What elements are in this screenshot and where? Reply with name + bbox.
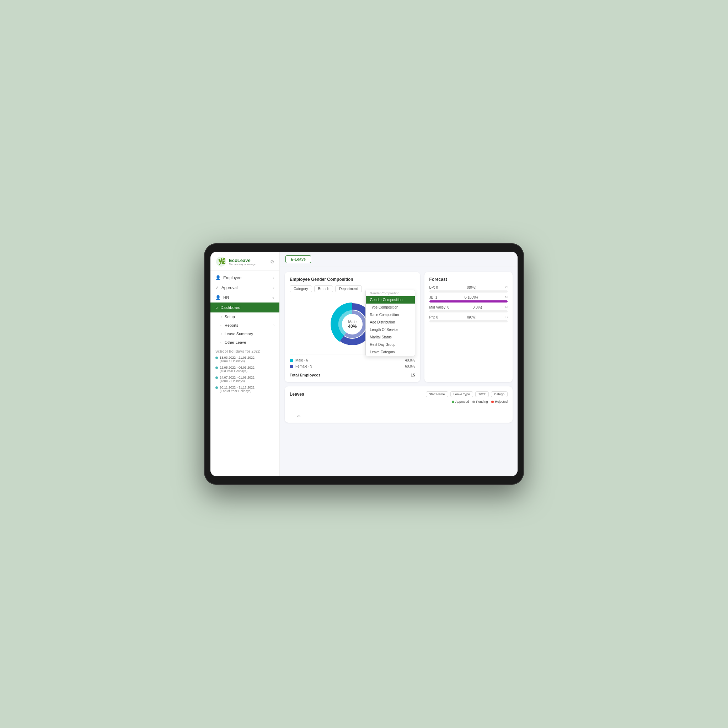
sidebar-nav: 👤 Employee › ✓ Approval › 👤 HR ∨ <box>210 271 279 476</box>
dropdown-item-leavecategory[interactable]: Leave Category <box>366 348 415 356</box>
chart-legend: Male · 6 40.0% Female <box>290 354 415 377</box>
filter-category[interactable]: Catego <box>491 392 508 397</box>
holiday-4-text: 20.11.2022 - 31.12.2022 (End of Year Hol… <box>220 386 254 393</box>
donut-label: Male 40% <box>348 320 356 329</box>
forecast-item-bp: BP: 0 0(0%) C <box>430 286 508 292</box>
main-content: E-Leave Employee Gender Composition Cate… <box>280 252 518 476</box>
legend-approved: Approved <box>452 400 469 404</box>
filter-department[interactable]: Department <box>335 286 361 292</box>
rejected-label: Rejected <box>495 400 508 404</box>
forecast-item-pn: PN: 0 0(0%) S <box>430 315 508 323</box>
forecast-pn-bar <box>430 320 508 323</box>
donut-center-label: Male <box>348 320 356 324</box>
holiday-1-dates: 13.03.2022 - 21.03.2022 <box>220 356 254 359</box>
logo-icon: 🌿 <box>216 256 227 267</box>
holiday-1: 13.03.2022 - 21.03.2022 (Term 1 Holidays… <box>210 355 279 364</box>
other-leave-label: Other Leave <box>225 340 246 344</box>
holiday-3-name: (Term 2 Holidays) <box>220 379 254 383</box>
leaves-header: Leaves Staff Name Leave Type 2022 Catego <box>290 392 508 397</box>
dropdown-item-type[interactable]: Type Composition <box>366 304 415 311</box>
logo-text: EcoLeave The eco way to manage <box>229 258 255 266</box>
tablet-screen: 🌿 EcoLeave The eco way to manage ⚙ 👤 Emp… <box>210 252 518 476</box>
holiday-4-dates: 20.11.2022 - 31.12.2022 <box>220 386 254 389</box>
forecast-jb-bar <box>430 300 508 303</box>
filter-leave-type[interactable]: Leave Type <box>450 392 473 397</box>
forecast-pn-value: 0(0%) <box>467 315 477 319</box>
sidebar-item-other-leave[interactable]: ○ Other Leave <box>210 338 279 347</box>
leaves-title: Leaves <box>290 392 304 397</box>
hr-icon: 👤 <box>216 295 221 300</box>
sidebar-item-hr[interactable]: 👤 HR ∨ <box>210 292 279 303</box>
filter-branch[interactable]: Branch <box>314 286 333 292</box>
holiday-4-name: (End of Year Holidays) <box>220 389 254 393</box>
dropdown-item-race[interactable]: Race Composition <box>366 311 415 318</box>
dropdown-item-service[interactable]: Length Of Service <box>366 326 415 333</box>
forecast-jb-label: JB: 1 <box>430 295 437 299</box>
male-pct: 40.0% <box>405 358 415 362</box>
holiday-3-dates: 24.07.2022 - 01.08.2022 <box>220 376 254 379</box>
forecast-jb-fill <box>430 300 508 303</box>
arrow-icon-hr: ∨ <box>272 296 274 300</box>
holiday-2-name: (Mid Year Holidays) <box>220 369 254 373</box>
forecast-mv-suffix: N <box>505 305 508 309</box>
forecast-bp-label: BP: 0 <box>430 286 438 289</box>
dropdown-item-restday[interactable]: Rest Day Group <box>366 341 415 348</box>
dashboard-bullet: ○ <box>216 305 218 310</box>
pending-label: Pending <box>476 400 488 404</box>
bullet-setup: ○ <box>220 315 222 318</box>
forecast-bp-suffix: C <box>505 286 508 289</box>
sidebar-item-setup[interactable]: ○ Setup <box>210 312 279 321</box>
e-leave-button[interactable]: E-Leave <box>286 255 311 263</box>
filter-staff-name[interactable]: Staff Name <box>426 392 448 397</box>
female-dot <box>290 365 293 368</box>
holiday-4: 20.11.2022 - 31.12.2022 (End of Year Hol… <box>210 384 279 394</box>
forecast-title: Forecast <box>430 277 508 282</box>
check-icon: ✓ <box>216 285 219 290</box>
bullet-reports: ○ <box>220 324 222 327</box>
leaves-legend: Approved Pending Rejected <box>290 400 508 404</box>
sidebar-item-dashboard[interactable]: ○ Dashboard <box>210 303 279 312</box>
legend-pending: Pending <box>473 400 488 404</box>
filter-year[interactable]: 2022 <box>475 392 489 397</box>
dropdown-item-marital[interactable]: Marital Status <box>366 333 415 341</box>
approved-dot <box>452 401 454 403</box>
female-pct: 60.0% <box>405 364 415 368</box>
gender-card-title: Employee Gender Composition <box>290 277 353 282</box>
forecast-item-jb: JB: 1 0(100%) M <box>430 295 508 303</box>
sidebar-item-approval[interactable]: ✓ Approval › <box>210 283 279 292</box>
forecast-pn-label: PN: 0 <box>430 315 438 319</box>
sidebar-item-reports[interactable]: ○ Reports › <box>210 321 279 329</box>
sidebar-item-employee[interactable]: 👤 Employee › <box>210 273 279 283</box>
holiday-1-name: (Term 1 Holidays) <box>220 359 254 363</box>
gear-icon[interactable]: ⚙ <box>270 259 274 265</box>
holiday-2-dates: 22.05.2022 - 06.06.2022 <box>220 366 254 369</box>
forecast-item-midvalley: Mid Valley: 0 0(0%) N <box>430 305 508 312</box>
forecast-jb-value: 0(100%) <box>465 295 478 299</box>
person-icon: 👤 <box>216 275 221 280</box>
forecast-mv-label: Mid Valley: 0 <box>430 305 450 309</box>
forecast-jb-suffix: M <box>505 295 508 299</box>
dropdown-item-gender[interactable]: Gender Composition <box>366 296 415 304</box>
app-tagline: The eco way to manage <box>229 263 255 266</box>
sidebar-item-leave-summary[interactable]: ○ Leave Summary <box>210 329 279 338</box>
pending-dot <box>473 401 475 403</box>
arrow-icon: › <box>273 276 274 280</box>
hr-label: HR <box>223 295 229 300</box>
legend-rejected: Rejected <box>491 400 508 404</box>
forecast-bp-value: 0(0%) <box>467 286 476 289</box>
bullet-other-leave: ○ <box>220 341 222 344</box>
gender-card: Employee Gender Composition Category Bra… <box>285 272 420 382</box>
holiday-dot-2 <box>216 367 218 369</box>
approval-label: Approval <box>222 286 237 290</box>
tablet-device: 🌿 EcoLeave The eco way to manage ⚙ 👤 Emp… <box>204 243 524 485</box>
dropdown-item-age[interactable]: Age Distribution <box>366 318 415 326</box>
filter-category[interactable]: Category <box>290 286 312 292</box>
gender-dropdown: Gender Composition Gender Composition Ty… <box>366 290 415 356</box>
setup-label: Setup <box>225 315 235 319</box>
gender-chart-header: Employee Gender Composition <box>290 277 415 286</box>
forecast-mv-bar <box>430 310 508 312</box>
male-dot <box>290 359 293 362</box>
app-name: EcoLeave <box>229 258 255 263</box>
rejected-dot <box>491 401 494 403</box>
holiday-2-text: 22.05.2022 - 06.06.2022 (Mid Year Holida… <box>220 366 254 373</box>
